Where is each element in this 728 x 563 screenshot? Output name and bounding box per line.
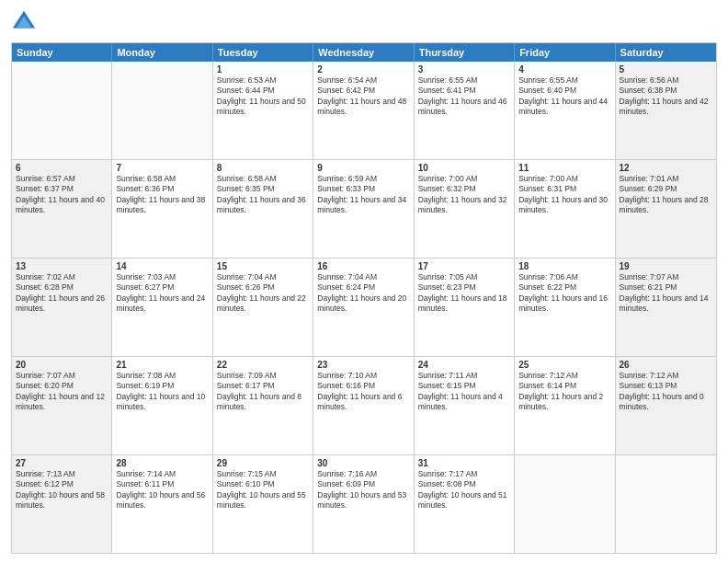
cell-info: Sunrise: 7:09 AMSunset: 6:17 PMDaylight:… — [217, 371, 309, 413]
cell-info: Sunrise: 7:16 AMSunset: 6:09 PMDaylight:… — [317, 469, 409, 511]
cal-cell: 1Sunrise: 6:53 AMSunset: 6:44 PMDaylight… — [213, 62, 313, 159]
page: SundayMondayTuesdayWednesdayThursdayFrid… — [0, 0, 728, 563]
day-number: 22 — [217, 360, 309, 370]
cal-cell: 7Sunrise: 6:58 AMSunset: 6:36 PMDaylight… — [112, 160, 212, 258]
cal-cell: 16Sunrise: 7:04 AMSunset: 6:24 PMDayligh… — [313, 259, 414, 356]
cal-cell: 19Sunrise: 7:07 AMSunset: 6:21 PMDayligh… — [616, 259, 716, 356]
cell-info: Sunrise: 7:14 AMSunset: 6:11 PMDaylight:… — [116, 469, 208, 511]
cell-info: Sunrise: 7:07 AMSunset: 6:20 PMDaylight:… — [16, 371, 108, 413]
cal-cell: 28Sunrise: 7:14 AMSunset: 6:11 PMDayligh… — [112, 455, 212, 553]
day-number: 4 — [518, 64, 610, 75]
cell-info: Sunrise: 6:58 AMSunset: 6:36 PMDaylight:… — [116, 174, 208, 216]
cell-info: Sunrise: 7:12 AMSunset: 6:13 PMDaylight:… — [620, 371, 712, 413]
day-number: 13 — [16, 261, 108, 271]
cal-cell: 9Sunrise: 6:59 AMSunset: 6:33 PMDaylight… — [313, 160, 414, 258]
cal-cell: 24Sunrise: 7:11 AMSunset: 6:15 PMDayligh… — [415, 357, 515, 454]
cal-cell: 4Sunrise: 6:55 AMSunset: 6:40 PMDaylight… — [515, 62, 615, 159]
day-number: 8 — [217, 163, 309, 173]
day-number: 20 — [16, 360, 108, 370]
cell-info: Sunrise: 7:02 AMSunset: 6:28 PMDaylight:… — [16, 272, 108, 315]
logo-icon — [11, 9, 37, 35]
cal-cell: 12Sunrise: 7:01 AMSunset: 6:29 PMDayligh… — [616, 160, 716, 258]
day-number: 27 — [16, 458, 108, 468]
day-number: 16 — [317, 261, 409, 271]
cal-cell: 18Sunrise: 7:06 AMSunset: 6:22 PMDayligh… — [515, 259, 615, 356]
day-number: 7 — [116, 163, 208, 173]
day-number: 9 — [317, 163, 409, 173]
cal-cell: 8Sunrise: 6:58 AMSunset: 6:35 PMDaylight… — [213, 160, 313, 258]
day-number: 14 — [116, 261, 208, 271]
day-number: 10 — [418, 163, 510, 173]
cell-info: Sunrise: 7:05 AMSunset: 6:23 PMDaylight:… — [418, 272, 510, 315]
day-number: 23 — [317, 360, 409, 370]
day-number: 15 — [217, 261, 309, 271]
cal-cell: 5Sunrise: 6:56 AMSunset: 6:38 PMDaylight… — [616, 62, 716, 159]
day-number: 11 — [518, 163, 610, 173]
day-number: 21 — [116, 360, 208, 370]
cal-cell: 15Sunrise: 7:04 AMSunset: 6:26 PMDayligh… — [213, 259, 313, 356]
header-day-thursday: Thursday — [415, 43, 515, 62]
cell-info: Sunrise: 6:58 AMSunset: 6:35 PMDaylight:… — [217, 174, 309, 216]
cal-cell: 6Sunrise: 6:57 AMSunset: 6:37 PMDaylight… — [12, 160, 112, 258]
cell-info: Sunrise: 7:17 AMSunset: 6:08 PMDaylight:… — [418, 469, 510, 511]
calendar-row-3: 20Sunrise: 7:07 AMSunset: 6:20 PMDayligh… — [12, 356, 716, 454]
cell-info: Sunrise: 7:12 AMSunset: 6:14 PMDaylight:… — [518, 371, 610, 413]
header-day-monday: Monday — [112, 43, 212, 62]
calendar-row-4: 27Sunrise: 7:13 AMSunset: 6:12 PMDayligh… — [12, 454, 716, 553]
cell-info: Sunrise: 6:53 AMSunset: 6:44 PMDaylight:… — [217, 75, 309, 118]
day-number: 1 — [217, 64, 309, 75]
cal-cell: 13Sunrise: 7:02 AMSunset: 6:28 PMDayligh… — [12, 259, 112, 356]
cal-cell: 27Sunrise: 7:13 AMSunset: 6:12 PMDayligh… — [12, 455, 112, 553]
cell-info: Sunrise: 6:57 AMSunset: 6:37 PMDaylight:… — [16, 174, 108, 216]
cell-info: Sunrise: 7:13 AMSunset: 6:12 PMDaylight:… — [16, 469, 108, 511]
calendar-row-2: 13Sunrise: 7:02 AMSunset: 6:28 PMDayligh… — [12, 258, 716, 356]
day-number: 19 — [620, 261, 712, 271]
header — [11, 9, 717, 35]
cal-cell — [12, 62, 112, 159]
cell-info: Sunrise: 7:07 AMSunset: 6:21 PMDaylight:… — [620, 272, 712, 315]
cal-cell: 14Sunrise: 7:03 AMSunset: 6:27 PMDayligh… — [112, 259, 212, 356]
calendar-row-0: 1Sunrise: 6:53 AMSunset: 6:44 PMDaylight… — [12, 62, 716, 159]
cal-cell: 10Sunrise: 7:00 AMSunset: 6:32 PMDayligh… — [415, 160, 515, 258]
cal-cell: 2Sunrise: 6:54 AMSunset: 6:42 PMDaylight… — [313, 62, 414, 159]
cal-cell: 23Sunrise: 7:10 AMSunset: 6:16 PMDayligh… — [313, 357, 414, 454]
cal-cell: 3Sunrise: 6:55 AMSunset: 6:41 PMDaylight… — [415, 62, 515, 159]
cell-info: Sunrise: 6:54 AMSunset: 6:42 PMDaylight:… — [317, 75, 409, 118]
cell-info: Sunrise: 7:08 AMSunset: 6:19 PMDaylight:… — [116, 371, 208, 413]
cal-cell: 30Sunrise: 7:16 AMSunset: 6:09 PMDayligh… — [313, 455, 414, 553]
day-number: 3 — [418, 64, 510, 75]
calendar-header: SundayMondayTuesdayWednesdayThursdayFrid… — [12, 43, 716, 62]
day-number: 31 — [418, 458, 510, 468]
header-day-wednesday: Wednesday — [313, 43, 414, 62]
cal-cell: 20Sunrise: 7:07 AMSunset: 6:20 PMDayligh… — [12, 357, 112, 454]
cell-info: Sunrise: 6:55 AMSunset: 6:40 PMDaylight:… — [518, 75, 610, 118]
calendar-row-1: 6Sunrise: 6:57 AMSunset: 6:37 PMDaylight… — [12, 159, 716, 258]
cal-cell — [515, 455, 615, 553]
day-number: 29 — [217, 458, 309, 468]
logo — [11, 9, 40, 35]
cal-cell: 21Sunrise: 7:08 AMSunset: 6:19 PMDayligh… — [112, 357, 212, 454]
day-number: 2 — [317, 64, 409, 75]
day-number: 18 — [518, 261, 610, 271]
cal-cell: 22Sunrise: 7:09 AMSunset: 6:17 PMDayligh… — [213, 357, 313, 454]
cell-info: Sunrise: 6:55 AMSunset: 6:41 PMDaylight:… — [418, 75, 510, 118]
header-day-tuesday: Tuesday — [213, 43, 313, 62]
cell-info: Sunrise: 7:11 AMSunset: 6:15 PMDaylight:… — [418, 371, 510, 413]
cell-info: Sunrise: 7:10 AMSunset: 6:16 PMDaylight:… — [317, 371, 409, 413]
cell-info: Sunrise: 6:56 AMSunset: 6:38 PMDaylight:… — [620, 75, 712, 118]
cell-info: Sunrise: 7:00 AMSunset: 6:32 PMDaylight:… — [418, 174, 510, 216]
day-number: 28 — [116, 458, 208, 468]
cell-info: Sunrise: 7:15 AMSunset: 6:10 PMDaylight:… — [217, 469, 309, 511]
cal-cell: 26Sunrise: 7:12 AMSunset: 6:13 PMDayligh… — [616, 357, 716, 454]
cell-info: Sunrise: 7:06 AMSunset: 6:22 PMDaylight:… — [518, 272, 610, 315]
cell-info: Sunrise: 7:03 AMSunset: 6:27 PMDaylight:… — [116, 272, 208, 315]
cal-cell: 17Sunrise: 7:05 AMSunset: 6:23 PMDayligh… — [415, 259, 515, 356]
header-day-friday: Friday — [515, 43, 615, 62]
cal-cell: 11Sunrise: 7:00 AMSunset: 6:31 PMDayligh… — [515, 160, 615, 258]
day-number: 5 — [620, 64, 712, 75]
cal-cell: 25Sunrise: 7:12 AMSunset: 6:14 PMDayligh… — [515, 357, 615, 454]
header-day-saturday: Saturday — [616, 43, 716, 62]
day-number: 6 — [16, 163, 108, 173]
calendar: SundayMondayTuesdayWednesdayThursdayFrid… — [11, 42, 717, 554]
day-number: 17 — [418, 261, 510, 271]
